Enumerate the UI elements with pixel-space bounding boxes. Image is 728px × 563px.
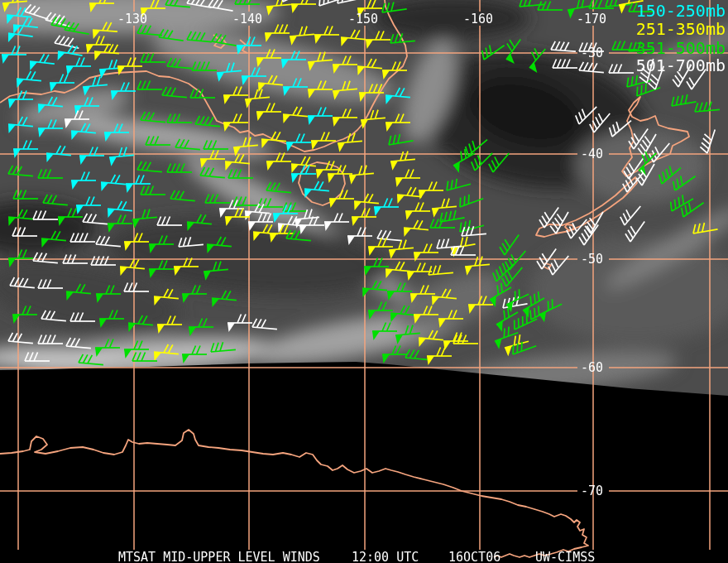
legend: 150-250mb 251-350mb 351-500mb 501-700mb	[636, 1, 726, 75]
valid-time: 12:00 UTC	[352, 550, 419, 563]
longitude-label: -150	[348, 12, 378, 26]
latitude-label: -70	[581, 484, 603, 498]
legend-item-501-700mb: 501-700mb	[636, 55, 726, 75]
valid-date: 16OCT06	[448, 550, 500, 563]
product-title: MTSAT MID-UPPER LEVEL WINDS	[118, 550, 320, 563]
latitude-label: -60	[581, 360, 603, 375]
longitude-label: -140	[232, 12, 262, 26]
wind-map-canvas: -130-140-150-160-170-30-40-50-60-70 150-…	[0, 0, 728, 563]
latitude-label: -40	[581, 147, 603, 161]
legend-item-150-250mb: 150-250mb	[636, 1, 726, 21]
latitude-label: -50	[581, 252, 603, 267]
longitude-label: -160	[463, 12, 493, 26]
longitude-label: -130	[117, 12, 147, 26]
mtsat-wind-product: -130-140-150-160-170-30-40-50-60-70 150-…	[0, 0, 728, 563]
credit-label: UW-CIMSS	[535, 550, 595, 563]
longitude-label: -170	[577, 12, 606, 26]
legend-item-251-350mb: 251-350mb	[636, 19, 726, 39]
latitude-label: -30	[581, 46, 603, 60]
earth-limb-dark-region	[0, 362, 728, 563]
